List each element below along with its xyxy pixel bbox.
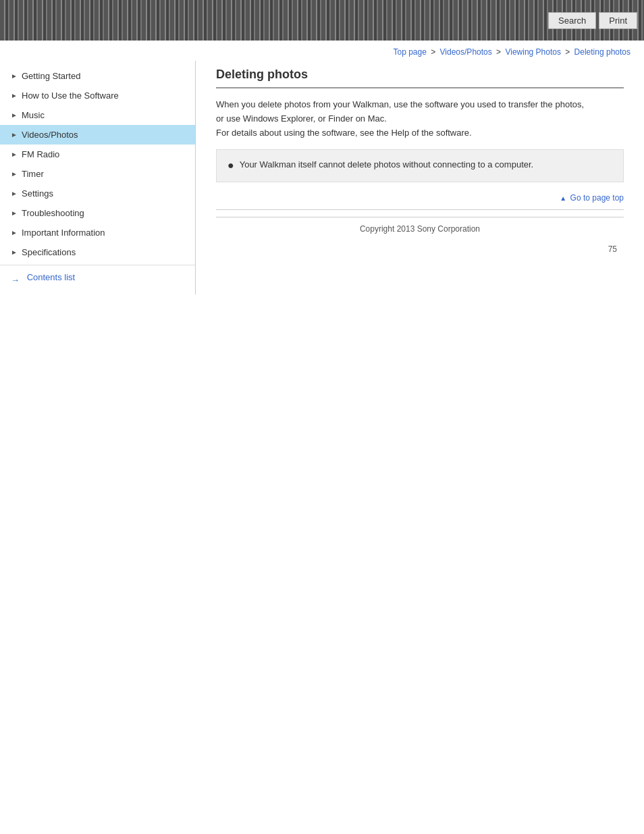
sidebar: ► Getting Started ► How to Use the Softw…: [0, 61, 196, 294]
arrow-icon: ►: [11, 249, 18, 256]
breadcrumb-top-page[interactable]: Top page: [393, 47, 426, 57]
go-to-top-link[interactable]: ▲ Go to page top: [560, 193, 624, 203]
arrow-icon: ►: [11, 131, 18, 138]
sidebar-item-settings[interactable]: ► Settings: [0, 184, 195, 203]
sidebar-item-troubleshooting[interactable]: ► Troubleshooting: [0, 203, 195, 223]
note-box: ● Your Walkman itself cannot delete phot…: [216, 149, 624, 182]
contents-list-link[interactable]: Contents list: [27, 272, 76, 282]
arrow-icon: ►: [11, 209, 18, 217]
triangle-icon: ▲: [560, 194, 566, 202]
arrow-icon: ►: [11, 229, 18, 236]
sidebar-label: Settings: [22, 188, 53, 199]
sidebar-item-videos-photos[interactable]: ► Videos/Photos: [0, 125, 195, 145]
go-to-top-label: Go to page top: [570, 193, 624, 203]
description-line1: When you delete photos from your Walkman…: [216, 99, 584, 109]
sidebar-item-specifications[interactable]: ► Specifications: [0, 242, 195, 262]
go-to-top: ▲ Go to page top: [216, 193, 624, 203]
sidebar-label: Specifications: [22, 247, 76, 257]
sidebar-item-getting-started[interactable]: ► Getting Started: [0, 66, 195, 86]
content-divider: [216, 209, 624, 210]
sidebar-label: Music: [22, 110, 45, 120]
page-layout: ► Getting Started ► How to Use the Softw…: [0, 61, 644, 294]
sidebar-item-fm-radio[interactable]: ► FM Radio: [0, 145, 195, 164]
sidebar-label: How to Use the Software: [22, 90, 119, 101]
sidebar-label: FM Radio: [22, 149, 59, 159]
header-bar: Search Print: [0, 0, 644, 41]
sidebar-label: Troubleshooting: [22, 208, 84, 218]
search-button[interactable]: Search: [548, 12, 596, 29]
page-title: Deleting photos: [216, 68, 624, 88]
contents-arrow-icon: [11, 275, 22, 282]
sidebar-item-timer[interactable]: ► Timer: [0, 164, 195, 184]
note-bullet: ● Your Walkman itself cannot delete phot…: [227, 158, 612, 173]
sidebar-item-music[interactable]: ► Music: [0, 105, 195, 125]
main-content: Deleting photos When you delete photos f…: [196, 61, 644, 294]
sidebar-label: Timer: [22, 169, 44, 179]
breadcrumb: Top page > Videos/Photos > Viewing Photo…: [0, 41, 644, 61]
sidebar-item-how-to-use[interactable]: ► How to Use the Software: [0, 86, 195, 105]
print-button[interactable]: Print: [599, 12, 637, 29]
breadcrumb-deleting-photos[interactable]: Deleting photos: [574, 47, 630, 57]
description: When you delete photos from your Walkman…: [216, 98, 624, 140]
sidebar-label: Important Information: [22, 228, 105, 238]
note-text: Your Walkman itself cannot delete photos…: [240, 158, 534, 172]
arrow-icon: ►: [11, 190, 18, 197]
sidebar-label: Videos/Photos: [22, 130, 78, 140]
sidebar-label: Getting Started: [22, 71, 80, 81]
breadcrumb-videos-photos[interactable]: Videos/Photos: [440, 47, 492, 57]
page-number: 75: [216, 240, 624, 254]
arrow-icon: ►: [11, 170, 18, 178]
description-line3: For details about using the software, se…: [216, 128, 472, 138]
copyright: Copyright 2013 Sony Corporation: [216, 217, 624, 240]
description-line2: or use Windows Explorer, or Finder on Ma…: [216, 113, 387, 124]
arrow-icon: ►: [11, 111, 18, 119]
arrow-icon: ►: [11, 72, 18, 80]
arrow-icon: ►: [11, 151, 18, 158]
bullet-dot: ●: [227, 158, 234, 173]
contents-list-footer: Contents list: [0, 265, 195, 289]
sidebar-item-important-information[interactable]: ► Important Information: [0, 223, 195, 242]
breadcrumb-viewing-photos[interactable]: Viewing Photos: [505, 47, 561, 57]
arrow-icon: ►: [11, 92, 18, 99]
